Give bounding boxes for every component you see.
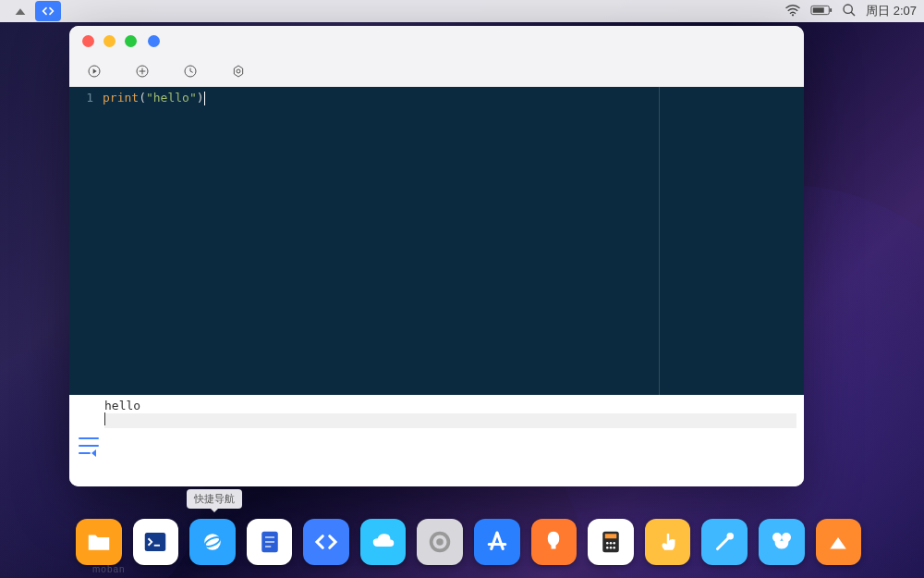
svg-point-29 — [610, 542, 613, 545]
menubar-code-icon[interactable] — [35, 1, 61, 21]
dock-browser-icon[interactable] — [189, 519, 236, 565]
menubar-app-icon[interactable] — [7, 1, 33, 21]
dock-code-icon[interactable] — [303, 519, 349, 565]
code-token-paren: ) — [197, 91, 204, 105]
dock-tooltip: 快捷导航 — [187, 489, 242, 509]
output-highlight — [104, 413, 796, 428]
svg-point-28 — [606, 542, 609, 545]
svg-point-35 — [772, 533, 782, 542]
dock — [67, 513, 870, 571]
clock-text[interactable]: 周日 2:07 — [866, 3, 917, 19]
dock-app-store-icon[interactable] — [474, 519, 520, 565]
dock-system-settings-icon[interactable] — [417, 519, 463, 565]
editor-toolbar — [69, 55, 804, 87]
dock-games-icon[interactable] — [759, 519, 805, 565]
svg-point-36 — [782, 533, 791, 542]
output-panel[interactable]: hello — [69, 395, 804, 486]
code-token-str: "hello" — [146, 91, 197, 105]
settings-button[interactable] — [230, 63, 247, 80]
close-button[interactable] — [82, 35, 94, 47]
extra-window-button[interactable] — [148, 35, 160, 47]
dock-files-icon[interactable] — [76, 519, 122, 565]
dock-touch-icon[interactable] — [645, 519, 691, 565]
dock-home-icon[interactable] — [816, 519, 862, 565]
line-number: 1 — [69, 91, 93, 105]
wifi-icon[interactable] — [784, 4, 801, 19]
line-gutter: 1 — [69, 87, 101, 395]
svg-point-33 — [613, 547, 615, 549]
dock-calculator-icon[interactable] — [588, 519, 634, 565]
dock-cloud-icon[interactable] — [360, 519, 407, 565]
battery-icon[interactable] — [810, 5, 833, 18]
svg-rect-3 — [813, 7, 824, 13]
svg-point-0 — [792, 14, 794, 16]
svg-line-12 — [190, 71, 193, 72]
watermark-text: moban — [92, 564, 126, 574]
svg-rect-15 — [145, 533, 166, 551]
editor-cursor — [204, 92, 205, 105]
history-button[interactable] — [182, 63, 199, 80]
minimize-button[interactable] — [103, 35, 116, 47]
svg-point-4 — [844, 5, 852, 13]
code-token-paren: ( — [139, 91, 146, 105]
run-button[interactable] — [86, 63, 103, 80]
dock-tools-icon[interactable] — [701, 519, 748, 565]
output-line: hello — [104, 399, 804, 412]
svg-point-30 — [613, 542, 615, 545]
code-token-fn: print — [103, 91, 139, 105]
svg-point-25 — [437, 538, 444, 546]
svg-line-5 — [851, 12, 855, 16]
svg-marker-13 — [234, 66, 242, 77]
dock-notes-icon[interactable] — [247, 519, 293, 565]
dock-tips-icon[interactable] — [531, 519, 578, 565]
add-button[interactable] — [134, 63, 151, 80]
svg-point-34 — [727, 533, 735, 540]
editor-ruler — [659, 87, 660, 395]
search-icon[interactable] — [842, 3, 857, 20]
svg-point-31 — [606, 547, 609, 549]
dock-terminal-icon[interactable] — [133, 519, 179, 565]
window-titlebar — [69, 26, 804, 55]
code-area[interactable]: print("hello") — [101, 87, 804, 395]
system-menubar: 周日 2:07 — [0, 0, 924, 22]
code-runner-window: 1 print("hello") hello — [69, 26, 804, 486]
maximize-button[interactable] — [125, 35, 137, 47]
svg-point-32 — [610, 547, 613, 549]
svg-rect-27 — [605, 534, 617, 538]
panel-toggle-button[interactable] — [79, 437, 99, 454]
code-editor[interactable]: 1 print("hello") — [69, 87, 804, 395]
svg-rect-2 — [830, 8, 832, 12]
svg-point-14 — [237, 69, 240, 73]
